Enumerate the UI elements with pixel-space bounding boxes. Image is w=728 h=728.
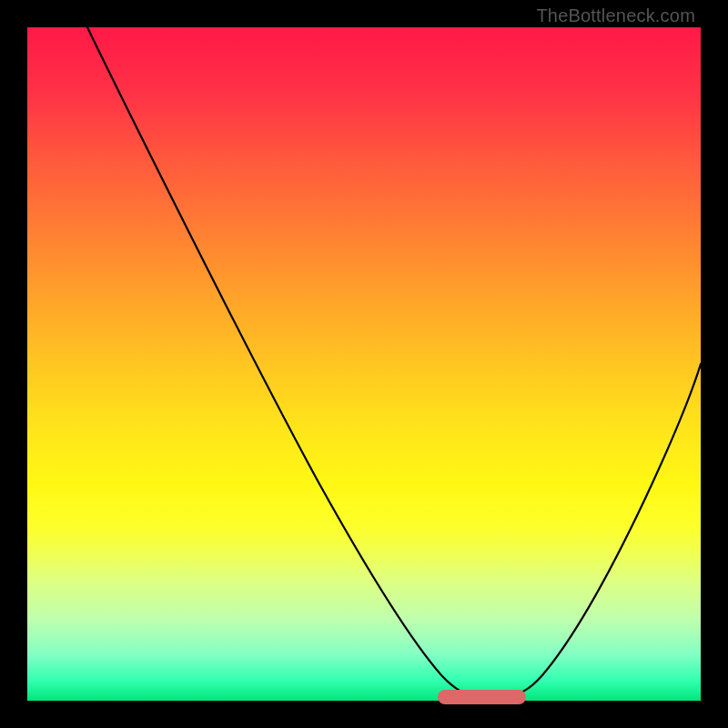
watermark-text: TheBottleneck.com bbox=[536, 5, 695, 26]
chart-frame: TheBottleneck.com bbox=[0, 0, 728, 728]
plot-area bbox=[27, 27, 701, 701]
optimal-range-marker bbox=[438, 690, 525, 704]
